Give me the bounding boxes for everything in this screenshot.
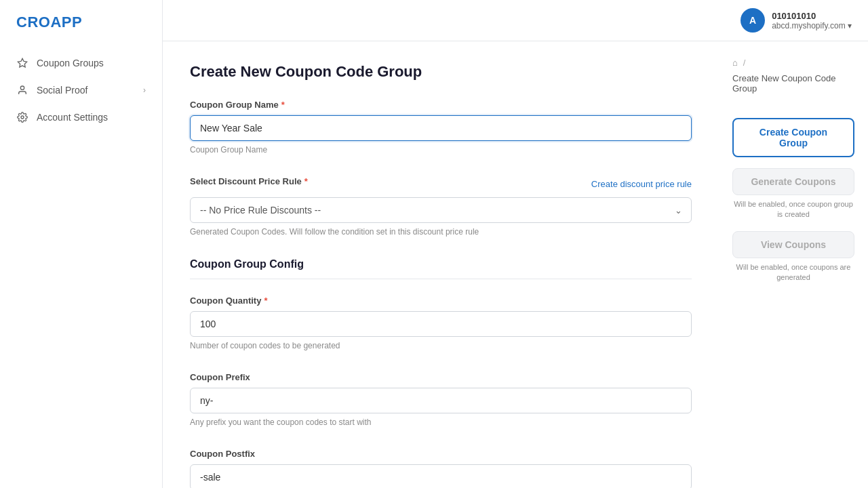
discount-price-rule-section: Select Discount Price Rule * Create disc…: [190, 176, 692, 237]
coupon-postfix-section: Coupon Postfix Any postfix you want the …: [190, 449, 692, 488]
create-discount-link[interactable]: Create discount price rule: [591, 179, 692, 189]
required-star-3: *: [264, 296, 267, 306]
sidebar-item-label: Social Proof: [37, 85, 87, 96]
page-body: Create New Coupon Code Group Coupon Grou…: [163, 41, 868, 488]
generate-coupons-note: Will be enabled, once coupon group is cr…: [732, 199, 854, 220]
breadcrumb-current: Create New Coupon Code Group: [732, 73, 854, 94]
page-main: Create New Coupon Code Group Coupon Grou…: [163, 41, 719, 488]
breadcrumb-home-icon: ⌂: [732, 58, 738, 68]
view-coupons-note: Will be enabled, once coupons are genera…: [732, 262, 854, 283]
discount-price-rule-select[interactable]: -- No Price Rule Discounts --: [190, 197, 692, 223]
svg-point-1: [20, 86, 24, 89]
user-info[interactable]: A 010101010 abcd.myshopify.com ▾: [741, 8, 852, 33]
svg-marker-0: [18, 58, 26, 67]
view-coupons-wrapper: View Coupons Will be enabled, once coupo…: [732, 231, 854, 283]
sidebar-item-label: Coupon Groups: [37, 58, 104, 68]
sidebar-item-label: Account Settings: [37, 112, 108, 123]
sidebar: CROAPP Coupon Groups: [0, 0, 163, 488]
svg-point-2: [21, 116, 24, 119]
main-content: A 010101010 abcd.myshopify.com ▾ Create …: [163, 0, 868, 488]
coupon-quantity-input[interactable]: [190, 311, 692, 337]
required-star-2: *: [304, 176, 308, 186]
coupon-group-name-hint: Coupon Group Name: [190, 145, 692, 155]
breadcrumb: ⌂ / Create New Coupon Code Group: [732, 58, 854, 94]
person-icon: [16, 84, 28, 96]
logo-text: CROAPP: [16, 14, 82, 30]
coupon-quantity-section: Coupon Quantity * Number of coupon codes…: [190, 296, 692, 350]
gear-icon: [16, 111, 28, 123]
right-sidebar: ⌂ / Create New Coupon Code Group Create …: [719, 41, 868, 488]
breadcrumb-separator: /: [743, 58, 746, 68]
chevron-right-icon: ›: [143, 85, 146, 95]
user-shop: abcd.myshopify.com ▾: [772, 21, 852, 30]
sidebar-item-coupon-groups[interactable]: Coupon Groups: [8, 50, 154, 76]
star-icon: [16, 57, 28, 69]
sidebar-nav: Coupon Groups Social Proof ›: [0, 47, 162, 133]
avatar: A: [741, 8, 765, 33]
topbar: A 010101010 abcd.myshopify.com ▾: [163, 0, 868, 41]
logo: CROAPP: [0, 0, 162, 47]
create-coupon-group-button[interactable]: Create Coupon Group: [732, 118, 854, 157]
select-hint: Generated Coupon Codes. Will follow the …: [190, 227, 692, 237]
coupon-group-name-input[interactable]: [190, 115, 692, 141]
coupon-quantity-hint: Number of coupon codes to be generated: [190, 341, 692, 350]
coupon-prefix-section: Coupon Prefix Any prefix you want the co…: [190, 372, 692, 427]
page-title: Create New Coupon Code Group: [190, 63, 692, 81]
coupon-prefix-input[interactable]: [190, 388, 692, 413]
coupon-group-config-section: Coupon Group Config Coupon Quantity * Nu…: [190, 258, 692, 488]
view-coupons-button[interactable]: View Coupons: [732, 231, 854, 258]
coupon-group-name-label: Coupon Group Name *: [190, 100, 692, 110]
generate-coupons-wrapper: Generate Coupons Will be enabled, once c…: [732, 168, 854, 220]
select-discount-label: Select Discount Price Rule *: [190, 176, 308, 186]
coupon-prefix-label: Coupon Prefix: [190, 372, 692, 382]
generate-coupons-button[interactable]: Generate Coupons: [732, 168, 854, 195]
coupon-postfix-label: Coupon Postfix: [190, 449, 692, 459]
required-star: *: [281, 100, 285, 110]
coupon-group-name-section: Coupon Group Name * Coupon Group Name: [190, 100, 692, 155]
coupon-quantity-label: Coupon Quantity *: [190, 296, 692, 306]
user-id: 010101010: [772, 11, 852, 21]
sidebar-item-social-proof[interactable]: Social Proof ›: [8, 77, 154, 103]
sidebar-item-account-settings[interactable]: Account Settings: [8, 104, 154, 130]
coupon-postfix-input[interactable]: [190, 464, 692, 488]
coupon-prefix-hint: Any prefix you want the coupon codes to …: [190, 418, 692, 427]
config-section-title: Coupon Group Config: [190, 258, 692, 279]
